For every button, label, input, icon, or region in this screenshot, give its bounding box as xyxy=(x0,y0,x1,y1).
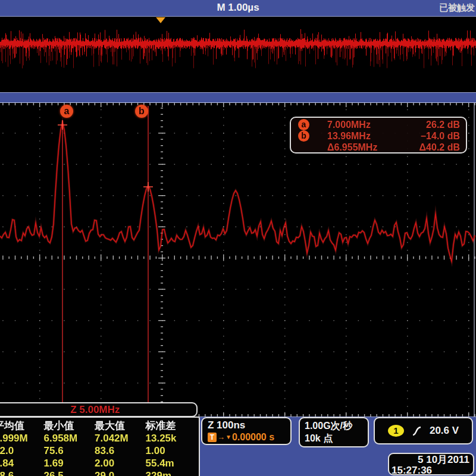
down-triangle-icon: ▼ xyxy=(226,431,231,443)
time-label: 15:27:36 xyxy=(392,465,469,476)
cursor-delta-level: Δ40.2 dB xyxy=(405,142,460,153)
date-label: 5 10月2011 xyxy=(392,455,469,465)
cursor-delta-frequency: Δ6.955MHz xyxy=(312,142,405,153)
cursor-a-icon: a xyxy=(298,119,309,130)
cell: 29.0 xyxy=(95,469,146,476)
col-min-header: 最小值 xyxy=(44,419,95,432)
cursor-b-badge[interactable]: b xyxy=(135,105,148,118)
trigger-t-icon: T xyxy=(208,433,217,442)
trigger-position-marker-icon xyxy=(156,17,165,23)
sample-rate-label: 1.00G次/秒 xyxy=(305,419,368,432)
top-status-bar: M 1.00µs 已被触发 xyxy=(0,0,476,17)
cell: 82.0 xyxy=(0,444,44,457)
cursor-b-readout-row: b 13.96MHz −14.0 dB xyxy=(298,130,460,142)
cursor-readout-box: a 7.000MHz 26.2 dB b 13.96MHz −14.0 dB Δ… xyxy=(290,117,467,154)
col-stddev-header: 标准差 xyxy=(146,419,199,432)
time-domain-trace-canvas xyxy=(0,17,476,92)
rising-edge-slope-icon xyxy=(412,425,422,437)
cell: 329m xyxy=(146,469,199,476)
cell: 75.6 xyxy=(44,444,95,457)
cursor-a-badge[interactable]: a xyxy=(60,105,73,118)
panel-divider xyxy=(0,92,476,103)
table-row: 1.84 1.69 2.00 55.4m xyxy=(0,457,199,469)
math-fft-scale-label: Z 5.00MHz xyxy=(0,402,198,417)
arrow-right-icon: → xyxy=(217,431,225,443)
trigger-position-row: T → ▼ 0.00000 s xyxy=(208,431,290,443)
trigger-source-box: 1 20.6 V xyxy=(374,417,473,444)
cell: 55.4m xyxy=(146,457,199,469)
measurement-table: 平均值 最小值 最大值 标准差 6.999M 6.958M 7.042M 13.… xyxy=(0,416,200,476)
cursor-a-frequency: 7.000MHz xyxy=(312,120,405,130)
cursor-a-readout-row: a 7.000MHz 26.2 dB xyxy=(298,119,460,130)
channel-1-badge: 1 xyxy=(388,425,404,437)
cursor-delta-readout-row: Δ6.955MHz Δ40.2 dB xyxy=(298,142,460,153)
trigger-position-value: 0.00000 s xyxy=(232,431,274,443)
datetime-box: 5 10月2011 15:27:36 xyxy=(388,453,474,475)
cell: 1.00 xyxy=(146,444,199,457)
cell: 1.84 xyxy=(0,457,44,469)
cell: 83.6 xyxy=(95,444,146,457)
cell: 28.6 xyxy=(0,469,44,476)
oscilloscope-screen: M 1.00µs 已被触发 a b a 7.000MHz 26.2 dB b 1… xyxy=(0,0,476,476)
trigger-level-value: 20.6 V xyxy=(430,425,459,437)
cell: 6.958M xyxy=(44,432,95,444)
table-row: 28.6 26.5 29.0 329m xyxy=(0,469,199,476)
table-row: 6.999M 6.958M 7.042M 13.25k xyxy=(0,432,199,444)
col-mean-header: 平均值 xyxy=(0,419,44,432)
cursor-b-level: −14.0 dB xyxy=(405,131,460,142)
table-row: 82.0 75.6 83.6 1.00 xyxy=(0,444,199,457)
col-max-header: 最大值 xyxy=(95,419,146,432)
cell: 2.00 xyxy=(95,457,146,469)
cell: 26.5 xyxy=(44,469,95,476)
cell: 6.999M xyxy=(0,432,44,444)
acquisition-status-box: 1.00G次/秒 10k 点 xyxy=(299,417,369,447)
cell: 13.25k xyxy=(146,432,199,444)
zoom-timebase-label: Z 100ns xyxy=(208,419,290,431)
record-length-label: 10k 点 xyxy=(305,432,368,444)
main-timebase-label: M 1.00µs xyxy=(0,2,476,14)
cursor-delta-spacer xyxy=(298,142,309,153)
measurement-table-header: 平均值 最小值 最大值 标准差 xyxy=(0,419,199,432)
trigger-status-label: 已被触发 xyxy=(439,2,475,14)
cursor-a-level: 26.2 dB xyxy=(405,120,460,130)
horizontal-status-box: Z 100ns T → ▼ 0.00000 s xyxy=(201,417,292,445)
cell: 1.69 xyxy=(44,457,95,469)
cursor-b-icon: b xyxy=(298,130,309,142)
cursor-b-frequency: 13.96MHz xyxy=(312,131,405,142)
cell: 7.042M xyxy=(95,432,146,444)
